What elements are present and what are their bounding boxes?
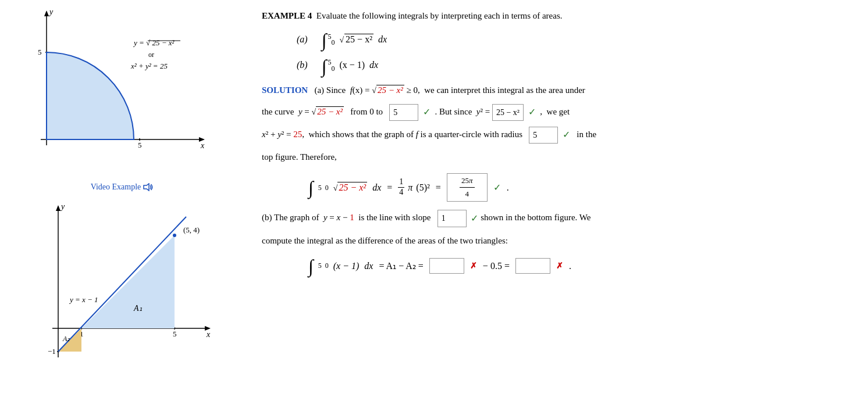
we-get: , we get: [538, 107, 570, 116]
x-mark-2: ✗: [556, 259, 563, 273]
example-description: Evaluate the following integrals by inte…: [316, 11, 563, 20]
but-since: . But since y² =: [433, 107, 492, 116]
integral-sign-b2: ∫: [308, 257, 314, 275]
eq-label-2: x² + y² = 25: [130, 62, 168, 70]
solution-section-a: SOLUTION (a) Since f(x) = √25 − x² ≥ 0, …: [262, 83, 851, 98]
x-tick-5-top: 5: [138, 141, 142, 149]
eq-label-line: y = x − 1: [69, 295, 98, 304]
integral-result-display: ∫ 5 0 √25 − x² dx = 14 π(5)² = 25π 4 ✓ .: [308, 173, 851, 202]
sqrt-25-x2-a: √25 − x²: [339, 34, 376, 44]
x-mark-1: ✗: [470, 259, 477, 273]
svg-marker-7: [144, 184, 149, 191]
sol-b-text2: shown in the bottom figure. We: [481, 213, 590, 222]
speaker-icon: [143, 183, 154, 191]
integral-sign-b: ∫: [322, 56, 327, 77]
minus-0-5: − 0.5 =: [481, 258, 512, 274]
y-axis-label-top: y: [48, 8, 54, 16]
part-b-block: (b) ∫50 (x − 1) dx: [297, 56, 851, 76]
box-blank2[interactable]: [515, 258, 550, 274]
integrand-b2: (x − 1): [333, 258, 360, 274]
box-slope-1[interactable]: 1: [437, 210, 467, 227]
box-blank1[interactable]: [429, 258, 464, 274]
A1-fill: [81, 235, 175, 328]
left-panel: y x 5 5 y = √ 25 − x² or x² + y² = 25 Vi…: [0, 0, 244, 394]
check-3: ✓: [563, 130, 570, 139]
video-example-text: Video Example: [91, 182, 141, 192]
top-figure-therefore: top figure. Therefore,: [262, 152, 337, 162]
check-2: ✓: [528, 107, 536, 117]
solution-section-b1: (b) The graph of y = x − 1 is the line w…: [262, 210, 851, 227]
top-graph: y x 5 5 y = √ 25 − x² or x² + y² = 25: [17, 6, 227, 177]
video-example-link[interactable]: Video Example: [91, 182, 154, 192]
box-25-x2[interactable]: 25 − x²: [492, 104, 524, 121]
sol-b-text1: (b) The graph of y = x − 1 is the line w…: [262, 213, 435, 222]
sol-a-text1: (a) Since f(x) =: [314, 85, 372, 95]
integral-sign-a: ∫: [322, 30, 327, 51]
period-1: .: [504, 180, 509, 195]
A2-label: A₂: [62, 335, 70, 343]
solution-section-a4: top figure. Therefore,: [262, 149, 851, 165]
part-a-label: (a): [297, 34, 308, 44]
y-axis-label-bot: y: [60, 202, 65, 211]
five-sq: (5)²: [416, 180, 429, 195]
x2-y2-25: x² + y² = 25, which shows that the graph…: [262, 130, 527, 139]
the-curve-text: the curve y =: [262, 107, 312, 116]
x-axis-label-top: x: [200, 141, 205, 150]
eq-label-1: y = √ 25 − x²: [133, 38, 175, 47]
point-dot: [173, 234, 176, 237]
line-graph-svg: y x 1 5 −1 y = x − 1 (5, 4) A₁ A₂: [17, 200, 227, 369]
integral-b-result: ∫ 5 0 (x − 1) dx = A₁ − A₂ = ✗ − 0.5 = ✗…: [308, 257, 851, 275]
example-header: EXAMPLE 4 Evaluate the following integra…: [262, 9, 851, 24]
period-2: .: [567, 258, 571, 274]
equals-sign-2: =: [433, 180, 443, 195]
point-label: (5, 4): [183, 225, 200, 234]
sqrt-inline-2: √25 − x²: [312, 107, 344, 116]
equals-sign: =: [385, 180, 394, 195]
svg-marker-10: [56, 205, 61, 211]
A1-label: A₁: [133, 304, 143, 313]
dx-b: dx: [369, 60, 378, 70]
check-5: ✓: [471, 213, 478, 223]
check-1: ✓: [423, 107, 431, 117]
quarter-circle-fill: [47, 52, 134, 139]
dx-a: dx: [378, 34, 387, 44]
integrand-b: (x − 1): [339, 60, 365, 70]
part-b-label: (b): [297, 60, 308, 70]
solution-section-a2: the curve y = √25 − x² from 0 to 5 ✓ . B…: [262, 104, 851, 121]
quarter-circle-svg: y x 5 5 y = √ 25 − x² or x² + y² = 25: [17, 6, 227, 174]
box-5b[interactable]: 5: [529, 127, 558, 144]
solution-section-b2: compute the integral as the difference o…: [262, 233, 851, 249]
dx-b2: dx: [364, 258, 373, 274]
sol-a-text1b: ≥ 0, we can interpret this integral as t…: [404, 85, 585, 95]
solution-label: SOLUTION: [262, 85, 308, 95]
equals-a1-a2: = A₁ − A₂ =: [376, 258, 425, 274]
fraction-1-4: 14: [398, 177, 404, 198]
dx-result: dx: [372, 180, 381, 195]
sol-b-text3: compute the integral as the difference o…: [262, 236, 508, 245]
sqrt-inline: √25 − x²: [372, 85, 404, 95]
solution-section-a3: x² + y² = 25, which shows that the graph…: [262, 127, 851, 144]
example-number: EXAMPLE 4: [262, 11, 312, 20]
pi-5-sq: π: [408, 180, 412, 195]
right-panel: EXAMPLE 4 Evaluate the following integra…: [244, 0, 868, 394]
integral-sign-result: ∫: [308, 178, 314, 197]
x-axis-label-bot: x: [206, 330, 211, 339]
y-tick-5-top: 5: [38, 48, 42, 56]
box-5[interactable]: 5: [389, 104, 418, 121]
bottom-graph: y x 1 5 −1 y = x − 1 (5, 4) A₁ A₂: [17, 200, 227, 371]
in-the: in the: [572, 130, 596, 139]
part-a-block: (a) ∫50 √25 − x² dx: [297, 31, 851, 50]
x-tick-5-bot: 5: [173, 329, 177, 338]
box-25pi4[interactable]: 25π 4: [447, 173, 488, 202]
check-4: ✓: [493, 180, 501, 195]
eq-label-or: or: [148, 51, 154, 59]
y-tick-neg1-bot: −1: [48, 347, 56, 356]
svg-marker-2: [44, 10, 49, 16]
sqrt-result: √25 − x²: [333, 180, 367, 195]
from-0-to: from 0 to: [346, 107, 387, 116]
